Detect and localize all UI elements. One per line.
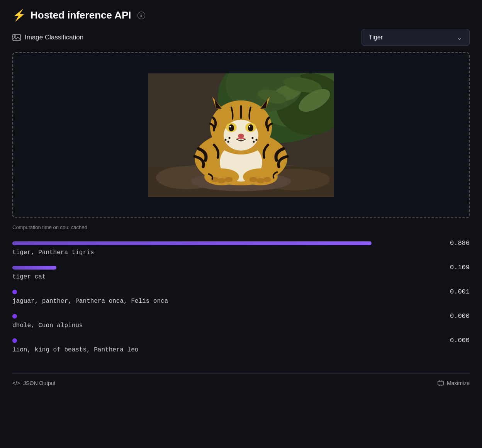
result-bar-dot	[12, 338, 17, 343]
svg-point-33	[225, 139, 227, 141]
result-score: 0.001	[446, 288, 470, 295]
json-output-button[interactable]: </> JSON Output	[12, 380, 56, 386]
result-score: 0.000	[446, 312, 470, 320]
svg-point-31	[238, 134, 244, 138]
result-bar-row: 0.000	[12, 337, 470, 344]
result-bar-row: 0.001	[12, 288, 470, 295]
svg-point-42	[225, 177, 233, 182]
svg-point-36	[256, 139, 258, 141]
result-bar-dot	[12, 290, 17, 294]
result-label: tiger cat	[12, 273, 470, 280]
result-score: 0.886	[446, 239, 470, 247]
tiger-image	[148, 73, 334, 197]
chevron-down-icon: ⌄	[457, 33, 462, 42]
result-bar-fill	[12, 241, 372, 245]
image-classification-icon	[12, 33, 21, 42]
computation-time: Computation time on cpu: cached	[12, 224, 470, 230]
result-label: dhole, Cuon alpinus	[12, 322, 470, 329]
result-item: 0.000dhole, Cuon alpinus	[12, 312, 470, 329]
svg-point-34	[227, 141, 229, 143]
footer: </> JSON Output Maximize	[12, 373, 470, 386]
results-section: 0.886tiger, Panthera tigris0.109tiger ca…	[12, 239, 470, 361]
code-icon: </>	[12, 380, 20, 386]
info-icon[interactable]: ℹ	[137, 12, 145, 19]
toolbar: Image Classification Tiger ⌄	[12, 29, 470, 46]
page-title: Hosted inference API	[31, 9, 131, 21]
svg-point-27	[248, 124, 253, 131]
image-upload-area[interactable]	[12, 52, 470, 218]
lightning-icon: ⚡	[12, 10, 26, 21]
svg-point-29	[249, 126, 250, 127]
result-bar-track	[12, 266, 440, 270]
svg-point-35	[252, 137, 254, 139]
result-score: 0.109	[446, 264, 470, 271]
svg-point-37	[253, 141, 255, 143]
result-score: 0.000	[446, 337, 470, 344]
result-label: jaguar, panther, Panthera onca, Felis on…	[12, 298, 470, 305]
header: ⚡ Hosted inference API ℹ	[12, 9, 470, 21]
result-label: lion, king of beasts, Panthera leo	[12, 346, 470, 353]
maximize-icon	[438, 380, 444, 386]
image-classification-label: Image Classification	[25, 34, 83, 41]
svg-rect-46	[438, 381, 443, 385]
result-bar-track	[12, 241, 440, 245]
svg-point-28	[229, 126, 231, 127]
result-label: tiger, Panthera tigris	[12, 249, 470, 256]
example-dropdown[interactable]: Tiger ⌄	[362, 29, 470, 46]
result-item: 0.000lion, king of beasts, Panthera leo	[12, 337, 470, 353]
maximize-button[interactable]: Maximize	[438, 380, 470, 386]
maximize-label: Maximize	[447, 380, 470, 386]
dropdown-selected-value: Tiger	[369, 34, 383, 41]
svg-point-32	[229, 137, 231, 139]
result-bar-dot	[12, 314, 17, 319]
svg-point-45	[263, 177, 271, 182]
svg-point-44	[256, 178, 264, 183]
result-bar-row: 0.109	[12, 264, 470, 271]
svg-point-26	[229, 124, 234, 131]
toolbar-left: Image Classification	[12, 33, 83, 42]
svg-point-1	[14, 36, 16, 37]
result-item: 0.886tiger, Panthera tigris	[12, 239, 470, 256]
svg-point-41	[218, 178, 226, 183]
result-bar-row: 0.000	[12, 312, 470, 320]
result-item: 0.001jaguar, panther, Panthera onca, Fel…	[12, 288, 470, 305]
result-bar-row: 0.886	[12, 239, 470, 247]
svg-rect-0	[13, 34, 20, 41]
svg-point-43	[249, 177, 257, 182]
json-output-label: JSON Output	[23, 380, 55, 386]
result-bar-fill	[12, 266, 56, 270]
result-item: 0.109tiger cat	[12, 264, 470, 280]
info-icon-label: ℹ	[140, 13, 142, 18]
